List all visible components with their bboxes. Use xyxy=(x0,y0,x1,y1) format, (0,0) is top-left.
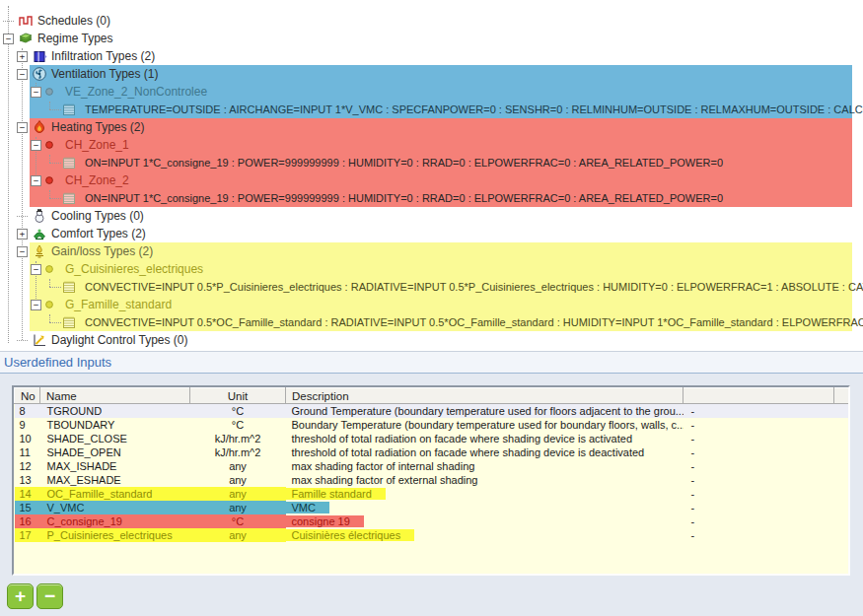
column-header-unit[interactable]: Unit xyxy=(190,388,286,404)
collapse-box-icon[interactable]: − xyxy=(17,122,28,133)
tree-connector-stub xyxy=(49,109,61,110)
input-description: Boundary Temperature (boundary temperatu… xyxy=(286,418,683,432)
row-end-cell xyxy=(834,404,851,419)
input-description: threshold of total radiation on facade w… xyxy=(286,432,683,445)
expand-box-icon[interactable]: + xyxy=(17,51,28,62)
input-description: Ground Temperature (boundary temperature… xyxy=(286,404,683,419)
tree-item-label: TEMPERATURE=OUTSIDE : AIRCHANGE=INPUT 1*… xyxy=(85,103,863,115)
tree-item[interactable]: −G_Famille_standard xyxy=(0,296,863,313)
column-header-blank[interactable] xyxy=(683,388,834,404)
row-end-cell xyxy=(834,459,851,473)
collapse-box-icon[interactable]: − xyxy=(31,87,41,98)
tree-item[interactable]: −Heating Types (2) xyxy=(0,118,863,136)
add-input-button[interactable]: + xyxy=(7,583,34,609)
input-row-TBOUNDARY[interactable]: 9TBOUNDARY°CBoundary Temperature (bounda… xyxy=(15,418,851,432)
regime-tree-panel: Schedules (0)−Regime Types+Infiltration … xyxy=(0,0,863,351)
tree-connector-stub xyxy=(49,163,61,164)
tree-item-label: G_Famille_standard xyxy=(65,298,172,311)
tree-item-label: Heating Types (2) xyxy=(51,120,145,134)
tree-item[interactable]: −Regime Types xyxy=(0,30,863,47)
collapse-box-icon[interactable]: − xyxy=(17,246,28,257)
collapse-box-icon[interactable]: − xyxy=(31,140,41,151)
tree-item[interactable]: Daylight Control Types (0) xyxy=(0,331,863,349)
input-row-OC_Famille_standard[interactable]: 14OC_Famille_standardanyFamille standard… xyxy=(15,487,851,501)
description-text: max shading factor of external shading xyxy=(286,474,492,486)
input-name: P_Cuisinieres_electriques xyxy=(40,528,190,542)
tree-item[interactable]: −CH_Zone_1 xyxy=(0,136,863,154)
cooling-icon xyxy=(32,208,47,224)
input-row-MAX_ISHADE[interactable]: 12MAX_ISHADEanymax shading factor of int… xyxy=(15,459,851,473)
tree-item[interactable]: −Ventilation Types (1) xyxy=(0,65,863,83)
input-row-C_consigne_19[interactable]: 16C_consigne_19°Cconsigne 19- xyxy=(15,514,851,528)
sheet-icon xyxy=(61,190,77,206)
tree-item[interactable]: Cooling Types (0) xyxy=(0,207,863,225)
row-number: 11 xyxy=(15,445,40,459)
row-number: 8 xyxy=(15,404,40,419)
tree-item[interactable]: −CH_Zone_2 xyxy=(0,171,863,189)
remove-input-button[interactable]: − xyxy=(36,583,63,609)
tree-item[interactable]: +Comfort Types (2) xyxy=(0,225,863,242)
table-header-row: NoNameUnitDescription xyxy=(15,388,851,404)
collapse-box-icon[interactable]: − xyxy=(17,69,28,80)
input-row-TGROUND[interactable]: 8TGROUND°CGround Temperature (boundary t… xyxy=(15,404,851,419)
input-value: - xyxy=(683,404,834,419)
input-value: - xyxy=(683,445,834,459)
input-row-MAX_ESHADE[interactable]: 13MAX_ESHADEanymax shading factor of ext… xyxy=(15,473,851,487)
input-row-V_VMC[interactable]: 15V_VMCanyVMC- xyxy=(15,501,851,514)
input-description: consigne 19 xyxy=(286,514,683,528)
collapse-box-icon[interactable]: − xyxy=(31,300,41,310)
input-value: - xyxy=(683,473,834,487)
tree-item[interactable]: −G_Cuisinieres_electriques xyxy=(0,260,863,278)
tree-item[interactable]: TEMPERATURE=OUTSIDE : AIRCHANGE=INPUT 1*… xyxy=(0,101,863,118)
inputs-table-frame: NoNameUnitDescription 8TGROUND°CGround T… xyxy=(12,385,850,576)
tree-item[interactable]: +Infiltration Types (2) xyxy=(0,47,863,65)
description-text: VMC xyxy=(286,502,329,513)
column-header-blank[interactable] xyxy=(834,388,851,404)
description-text: threshold of total radiation on facade w… xyxy=(286,446,659,458)
input-row-SHADE_CLOSE[interactable]: 10SHADE_CLOSEkJ/hr.m^2threshold of total… xyxy=(15,432,851,445)
input-unit: any xyxy=(190,528,286,542)
tree-item[interactable]: Schedules (0) xyxy=(0,12,863,30)
row-number: 14 xyxy=(15,487,40,501)
row-end-cell xyxy=(834,432,851,445)
input-description: threshold of total radiation on facade w… xyxy=(286,445,683,459)
regime-icon xyxy=(18,31,34,46)
row-number: 15 xyxy=(15,501,40,514)
input-description: VMC xyxy=(286,501,683,514)
input-row-P_Cuisinieres_electriques[interactable]: 17P_Cuisinieres_electriquesanyCuisinière… xyxy=(15,528,851,542)
dot-blue-icon xyxy=(43,86,55,98)
collapse-box-icon[interactable]: − xyxy=(31,264,41,275)
expand-box-icon[interactable]: + xyxy=(17,229,28,240)
row-end-cell xyxy=(834,487,851,501)
tree-connector-stub xyxy=(49,198,61,199)
column-header-no[interactable]: No xyxy=(15,388,40,404)
collapse-box-icon[interactable]: − xyxy=(31,175,41,186)
input-name: MAX_ISHADE xyxy=(40,459,190,473)
tree-item-label: G_Cuisinieres_electriques xyxy=(65,262,203,276)
description-text: threshold of total radiation on facade w… xyxy=(286,433,647,445)
gainloss-icon xyxy=(32,243,47,259)
row-number: 13 xyxy=(15,473,40,487)
row-end-cell xyxy=(834,418,851,432)
tree-item[interactable]: ON=INPUT 1*C_consigne_19 : POWER=9999999… xyxy=(0,189,863,207)
tree-item-label: Schedules (0) xyxy=(37,14,110,28)
input-description: Cuisinières électriques xyxy=(286,528,683,542)
tree-item[interactable]: −Gain/loss Types (2) xyxy=(0,242,863,260)
tree-item[interactable]: CONVECTIVE=INPUT 0.5*P_Cuisinieres_elect… xyxy=(0,278,863,296)
tree-item[interactable]: CONVECTIVE=INPUT 0.5*OC_Famille_standard… xyxy=(0,313,863,331)
column-header-name[interactable]: Name xyxy=(40,388,190,404)
tree-item-label: Gain/loss Types (2) xyxy=(51,244,153,258)
input-value: - xyxy=(683,514,834,528)
row-end-cell xyxy=(834,473,851,487)
tree-item[interactable]: −VE_Zone_2_NonControlee xyxy=(0,83,863,101)
comfort-icon xyxy=(32,226,47,241)
tree-item-label: Regime Types xyxy=(37,32,112,45)
tree-item[interactable]: ON=INPUT 1*C_consigne_19 : POWER=9999999… xyxy=(0,154,863,171)
schedules-icon xyxy=(18,13,34,29)
collapse-box-icon[interactable]: − xyxy=(3,34,14,44)
input-row-SHADE_OPEN[interactable]: 11SHADE_OPENkJ/hr.m^2threshold of total … xyxy=(15,445,851,459)
input-value: - xyxy=(683,459,834,473)
column-header-description[interactable]: Description xyxy=(286,388,683,404)
dot-red-icon xyxy=(43,174,55,186)
input-unit: °C xyxy=(190,404,286,419)
